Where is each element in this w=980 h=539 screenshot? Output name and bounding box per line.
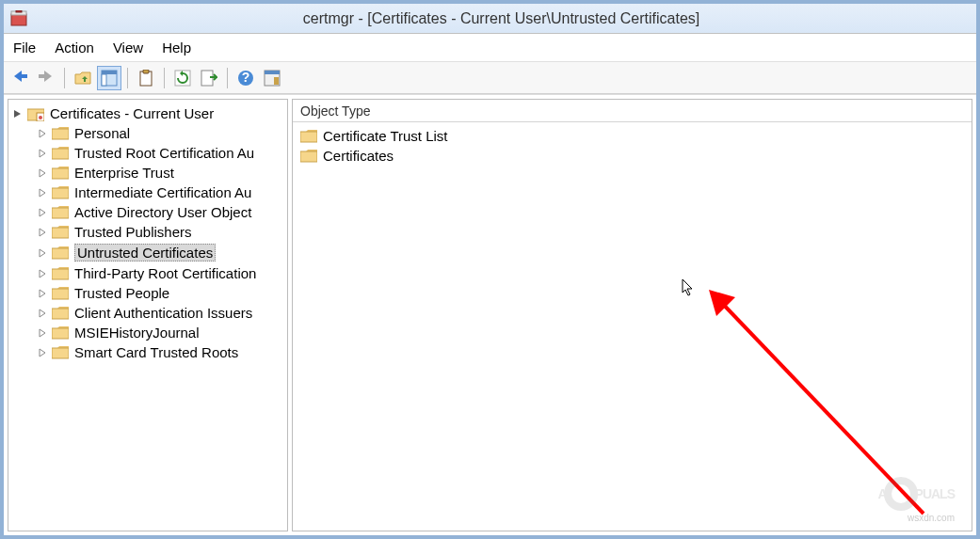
tree-item-label: Active Directory User Object — [74, 204, 251, 220]
watermark-credit: wsxdn.com — [908, 513, 955, 523]
expand-icon[interactable] — [37, 347, 48, 358]
up-button[interactable] — [71, 66, 95, 90]
expand-icon[interactable] — [37, 288, 48, 299]
folder-icon — [52, 246, 69, 260]
collapse-icon[interactable] — [12, 108, 24, 119]
tree-item-label: Trusted Publishers — [74, 224, 192, 240]
menu-view[interactable]: View — [113, 40, 143, 55]
back-button[interactable] — [8, 66, 32, 90]
svg-rect-6 — [102, 71, 117, 74]
svg-point-22 — [888, 481, 914, 507]
list-item-label: Certificates — [323, 148, 394, 164]
folder-icon — [52, 287, 69, 300]
tree-item[interactable]: Untrusted Certificates — [8, 242, 287, 263]
expand-icon[interactable] — [37, 167, 48, 179]
options-button[interactable] — [260, 66, 284, 90]
clipboard-icon — [138, 70, 153, 87]
forward-button[interactable] — [34, 66, 58, 90]
tree-item[interactable]: Trusted Root Certification Au — [8, 143, 287, 163]
tree-root-container: Certificates - Current User PersonalTrus… — [8, 100, 287, 366]
folder-icon — [300, 150, 317, 163]
refresh-button[interactable] — [170, 66, 195, 90]
tree-pane[interactable]: Certificates - Current User PersonalTrus… — [8, 99, 288, 531]
expand-icon[interactable] — [37, 327, 48, 339]
svg-rect-16 — [274, 77, 279, 85]
app-window: certmgr - [Certificates - Current User\U… — [0, 0, 980, 539]
show-hide-tree-button[interactable] — [97, 66, 121, 90]
tree-item[interactable]: Active Directory User Object — [8, 202, 287, 222]
tree-root-node[interactable]: Certificates - Current User — [8, 103, 287, 123]
watermark: A PUALS — [877, 476, 955, 512]
svg-text:?: ? — [242, 70, 250, 85]
console-tree-icon — [101, 70, 118, 87]
toolbar-separator — [64, 68, 65, 88]
tree-item[interactable]: MSIEHistoryJournal — [8, 323, 287, 342]
list-pane[interactable]: Object Type Certificate Trust ListCertif… — [292, 99, 972, 531]
tree-item-label: Smart Card Trusted Roots — [74, 344, 238, 360]
expand-icon[interactable] — [37, 128, 48, 139]
expand-icon[interactable] — [37, 207, 48, 218]
tree-item[interactable]: Personal — [8, 123, 287, 143]
list-item-label: Certificate Trust List — [323, 128, 448, 144]
tree-item[interactable]: Smart Card Trusted Roots — [8, 342, 287, 362]
tree-item-label: Enterprise Trust — [74, 165, 174, 181]
folder-icon — [52, 226, 69, 239]
svg-marker-21 — [709, 290, 735, 316]
window-title: certmgr - [Certificates - Current User\U… — [32, 10, 971, 27]
tree-item-label: Trusted Root Certification Au — [74, 145, 254, 161]
expand-icon[interactable] — [37, 247, 48, 259]
help-button[interactable]: ? — [233, 66, 258, 90]
tree-item[interactable]: Enterprise Trust — [8, 163, 287, 182]
tree-item[interactable]: Third-Party Root Certification — [8, 263, 287, 283]
watermark-text: PUALS — [915, 486, 955, 501]
export-button[interactable] — [197, 66, 221, 90]
svg-rect-4 — [39, 74, 46, 78]
list-item[interactable]: Certificate Trust List — [293, 126, 972, 146]
tree-item-label: MSIEHistoryJournal — [74, 325, 200, 341]
copy-button[interactable] — [134, 66, 158, 90]
menu-help[interactable]: Help — [162, 40, 191, 55]
menu-action[interactable]: Action — [55, 40, 94, 55]
svg-rect-3 — [20, 74, 27, 78]
cursor-icon — [682, 278, 697, 297]
menu-file[interactable]: File — [13, 40, 36, 55]
folder-icon — [52, 166, 69, 180]
annotation-arrow — [707, 288, 952, 531]
folder-icon — [52, 307, 69, 320]
folder-icon — [52, 147, 69, 160]
expand-icon[interactable] — [37, 187, 48, 198]
svg-rect-15 — [265, 71, 280, 74]
svg-rect-7 — [102, 74, 106, 86]
expand-icon[interactable] — [37, 227, 48, 238]
svg-line-20 — [716, 297, 924, 514]
tree-item[interactable]: Trusted Publishers — [8, 222, 287, 242]
svg-rect-0 — [11, 14, 26, 25]
tree-item[interactable]: Intermediate Certification Au — [8, 182, 287, 202]
refresh-icon — [174, 70, 191, 87]
content-area: Certificates - Current User PersonalTrus… — [4, 94, 976, 535]
back-arrow-icon — [10, 69, 29, 87]
watermark-a: A — [877, 486, 886, 501]
properties-icon — [264, 70, 281, 87]
export-list-icon — [201, 70, 217, 87]
folder-icon — [52, 206, 69, 219]
menubar: File Action View Help — [4, 34, 976, 62]
tree-item[interactable]: Trusted People — [8, 283, 287, 303]
expand-icon[interactable] — [37, 148, 48, 159]
tree-item-label: Client Authentication Issuers — [74, 305, 252, 321]
forward-arrow-icon — [37, 69, 56, 87]
list-column-header[interactable]: Object Type — [293, 100, 972, 122]
expand-icon[interactable] — [37, 268, 48, 279]
tree-item-label: Trusted People — [74, 285, 169, 301]
svg-rect-2 — [16, 10, 22, 12]
toolbar-separator — [127, 68, 128, 88]
folder-icon — [52, 346, 69, 359]
list-item[interactable]: Certificates — [293, 146, 972, 166]
folder-icon — [52, 127, 69, 140]
tree-root-label: Certificates - Current User — [50, 105, 214, 121]
tree-item[interactable]: Client Authentication Issuers — [8, 303, 287, 323]
expand-icon[interactable] — [37, 308, 48, 319]
folder-up-icon — [74, 70, 91, 87]
watermark-ring-icon — [883, 476, 919, 512]
tree-item-label: Personal — [74, 125, 130, 141]
